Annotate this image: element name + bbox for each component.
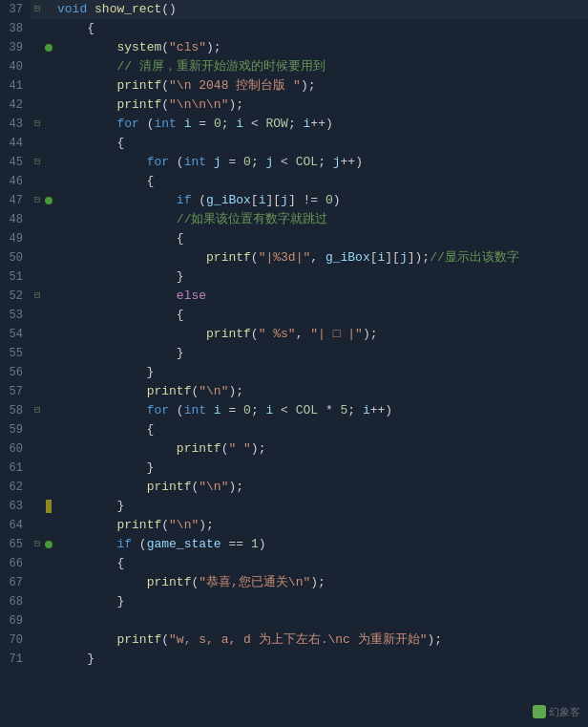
token-punc (57, 97, 116, 112)
code-content: } (53, 344, 588, 363)
code-content: } (53, 497, 588, 516)
token-punc: [ (251, 193, 259, 207)
code-line: 64 printf("\n"); (0, 516, 588, 535)
fold-gutter[interactable] (31, 306, 44, 325)
fold-gutter[interactable] (31, 420, 44, 439)
token-kw: void (57, 2, 87, 16)
fold-gutter[interactable] (31, 96, 44, 115)
line-number: 47 (0, 191, 31, 210)
token-kw: for (147, 403, 169, 417)
fold-gutter[interactable] (31, 267, 44, 287)
fold-gutter[interactable] (31, 325, 44, 344)
code-line: 65⊟ if (game_state == 1) (0, 535, 588, 554)
line-number: 65 (0, 535, 31, 554)
fold-gutter[interactable] (31, 19, 44, 38)
token-kw: for (116, 117, 138, 131)
token-punc: ++) (310, 117, 332, 131)
token-punc: ++) (341, 155, 363, 169)
fold-gutter[interactable] (31, 38, 44, 57)
token-punc (57, 384, 147, 398)
code-line: 43⊟ for (int i = 0; i < ROW; i++) (0, 115, 588, 134)
breakpoint-gutter (44, 439, 53, 459)
fold-gutter[interactable] (31, 497, 44, 516)
code-line: 63 } (0, 497, 588, 516)
fold-gutter[interactable] (31, 344, 44, 363)
breakpoint-gutter (44, 191, 53, 210)
token-fn: printf (116, 97, 161, 112)
token-kw: if (116, 537, 132, 551)
fold-gutter[interactable] (31, 57, 44, 76)
token-fn: printf (147, 480, 192, 494)
fold-gutter[interactable]: ⊟ (31, 287, 44, 306)
fold-gutter[interactable] (31, 229, 44, 248)
fold-gutter[interactable] (31, 210, 44, 229)
fold-gutter[interactable] (31, 459, 44, 478)
token-num: 1 (251, 537, 259, 551)
fold-gutter[interactable] (31, 611, 44, 631)
breakpoint-gutter (44, 535, 53, 554)
fold-gutter[interactable] (31, 650, 44, 669)
code-content: for (int j = 0; j < COL; j++) (53, 153, 588, 172)
code-line: 61 } (0, 459, 588, 478)
line-number: 69 (0, 611, 31, 631)
token-punc: ); (228, 480, 243, 494)
breakpoint-gutter (44, 420, 53, 439)
code-content: { (53, 19, 588, 38)
fold-gutter[interactable]: ⊟ (31, 0, 44, 19)
fold-gutter[interactable] (31, 382, 44, 401)
token-punc: } (57, 269, 184, 284)
token-punc: == (221, 537, 251, 551)
line-number: 45 (0, 153, 31, 172)
breakpoint-gutter (44, 172, 53, 191)
fold-gutter[interactable] (31, 516, 44, 535)
code-content: printf("\n\n\n"); (53, 96, 588, 115)
token-punc (57, 40, 116, 54)
fold-gutter[interactable] (31, 631, 44, 650)
token-fn: printf (116, 78, 161, 93)
code-content: printf("\n"); (53, 478, 588, 497)
token-var: g_iBox (206, 193, 251, 207)
fold-gutter[interactable] (31, 592, 44, 611)
fold-gutter[interactable] (31, 439, 44, 459)
fold-gutter[interactable] (31, 573, 44, 592)
fold-gutter[interactable] (31, 248, 44, 267)
fold-gutter[interactable]: ⊟ (31, 153, 44, 172)
fold-gutter[interactable]: ⊟ (31, 401, 44, 420)
line-number: 58 (0, 401, 31, 420)
code-content: if (game_state == 1) (53, 535, 588, 554)
code-content: for (int i = 0; i < COL * 5; i++) (53, 401, 588, 420)
line-number: 46 (0, 172, 31, 191)
breakpoint-gutter (44, 573, 53, 592)
token-punc (206, 155, 214, 169)
code-content: { (53, 134, 588, 153)
code-line: 54 printf(" %s", "| □ |"); (0, 325, 588, 344)
code-content: } (53, 267, 588, 287)
fold-gutter[interactable]: ⊟ (31, 191, 44, 210)
fold-gutter[interactable] (31, 554, 44, 573)
line-number: 51 (0, 267, 31, 287)
token-fn: printf (147, 384, 192, 398)
token-kw: int (154, 117, 176, 131)
fold-gutter[interactable]: ⊟ (31, 535, 44, 554)
fold-gutter[interactable]: ⊟ (31, 115, 44, 134)
token-punc: ( (191, 193, 206, 207)
breakpoint-gutter (44, 401, 53, 420)
token-punc (57, 480, 147, 494)
fold-gutter[interactable] (31, 134, 44, 153)
token-punc: = (221, 403, 243, 417)
code-content: { (53, 306, 588, 325)
code-content: printf("\n 2048 控制台版 "); (53, 76, 588, 96)
fold-gutter[interactable] (31, 363, 44, 382)
fold-gutter[interactable] (31, 172, 44, 191)
token-str: "\n" (199, 384, 228, 398)
code-content: if (g_iBox[i][j] != 0) (53, 191, 588, 210)
fold-gutter[interactable] (31, 478, 44, 497)
token-punc: ); (427, 632, 442, 647)
code-line: 66 { (0, 554, 588, 573)
token-str: " %s" (259, 327, 296, 341)
fold-gutter[interactable] (31, 76, 44, 96)
token-num: 0 (243, 155, 251, 169)
token-fn: printf (116, 632, 161, 647)
code-line: 49 { (0, 229, 588, 248)
code-content: { (53, 420, 588, 439)
